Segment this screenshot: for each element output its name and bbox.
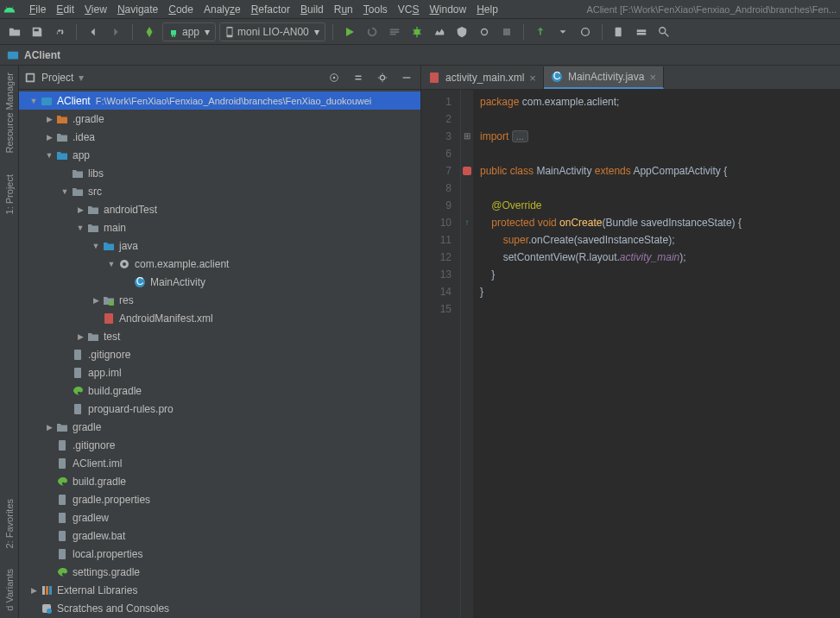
menu-analyze[interactable]: Analyze <box>199 2 246 17</box>
close-tab-icon[interactable]: × <box>529 72 536 85</box>
breadcrumb[interactable]: AClient <box>24 49 60 61</box>
tree-node[interactable]: local.properties <box>19 545 420 563</box>
vcs-history-icon[interactable] <box>576 22 595 41</box>
editor-tab[interactable]: CMainActivity.java× <box>544 66 664 89</box>
implements-icon[interactable]: ↑ <box>461 214 473 231</box>
tree-arrow-icon[interactable]: ▼ <box>43 151 55 160</box>
tree-node[interactable]: ▶External Libraries <box>19 581 420 599</box>
settings-icon[interactable] <box>374 69 391 86</box>
menu-refactor[interactable]: Refactor <box>246 2 295 17</box>
forward-icon[interactable] <box>106 22 125 41</box>
tree-node[interactable]: build.gradle <box>19 472 420 490</box>
search-icon[interactable] <box>654 22 673 41</box>
run-icon[interactable] <box>340 22 359 41</box>
tree-arrow-icon[interactable]: ▼ <box>28 97 40 105</box>
tree-node[interactable]: AndroidManifest.xml <box>19 309 420 327</box>
open-icon[interactable] <box>5 22 24 41</box>
tree-arrow-icon[interactable]: ▶ <box>43 115 55 123</box>
editor-tab[interactable]: activity_main.xml× <box>421 66 544 89</box>
code-editor[interactable]: 1236789101112131415 ⊞ ↑ package com.exam… <box>421 90 840 618</box>
tree-node[interactable]: ▶gradle <box>19 418 420 436</box>
build-icon[interactable] <box>140 22 159 41</box>
chevron-down-icon[interactable]: ▾ <box>79 72 84 84</box>
vcs-update-icon[interactable] <box>531 22 550 41</box>
tool-favorites[interactable]: 2: Favorites <box>3 495 16 552</box>
tree-arrow-icon[interactable]: ▼ <box>74 224 86 232</box>
hide-icon[interactable] <box>398 69 415 86</box>
tree-arrow-icon[interactable]: ▶ <box>90 296 102 305</box>
tree-node[interactable]: ▼com.example.aclient <box>19 255 420 273</box>
tree-node[interactable]: ▼src <box>19 182 420 200</box>
tree-node[interactable]: CMainActivity <box>19 273 420 291</box>
tree-node[interactable]: gradlew.bat <box>19 527 420 545</box>
device-combo[interactable]: moni LIO-AN00 ▾ <box>219 22 325 41</box>
tree-node[interactable]: .gitignore <box>19 345 420 363</box>
fold-icon[interactable]: ⊞ <box>461 128 473 145</box>
tree-node[interactable]: ▶androidTest <box>19 200 420 218</box>
tool-project[interactable]: 1: Project <box>3 171 16 218</box>
coverage-icon[interactable] <box>452 22 471 41</box>
tree-arrow-icon[interactable]: ▶ <box>74 205 86 214</box>
attach-debugger-icon[interactable] <box>475 22 494 41</box>
menu-help[interactable]: Help <box>471 2 503 17</box>
project-title[interactable]: Project <box>41 72 73 84</box>
tree-node[interactable]: ▼java <box>19 236 420 255</box>
tree-arrow-icon[interactable]: ▶ <box>28 586 40 595</box>
locate-icon[interactable] <box>325 69 343 86</box>
menu-tools[interactable]: Tools <box>358 2 393 17</box>
menu-window[interactable]: Window <box>424 2 471 17</box>
expand-all-icon[interactable] <box>350 69 367 86</box>
menu-navigate[interactable]: Navigate <box>112 2 163 17</box>
project-tree[interactable]: ▼AClientF:\Work\FenXiao\Fenxiao_Android\… <box>19 90 420 618</box>
tool-build-variants[interactable]: d Variants <box>3 565 16 615</box>
menu-view[interactable]: View <box>79 2 112 17</box>
tree-arrow-icon[interactable]: ▼ <box>105 260 117 268</box>
tree-node[interactable]: AClient.iml <box>19 454 420 472</box>
sdk-manager-icon[interactable] <box>632 22 651 41</box>
run-config-combo[interactable]: app ▾ <box>162 22 216 41</box>
menu-code[interactable]: Code <box>163 2 199 17</box>
tree-node[interactable]: .gitignore <box>19 436 420 454</box>
tree-node[interactable]: settings.gradle <box>19 563 420 581</box>
tree-node[interactable]: ▶.idea <box>19 128 420 146</box>
debug-icon[interactable] <box>407 22 426 41</box>
tree-arrow-icon[interactable]: ▶ <box>43 423 55 432</box>
apply-changes-icon[interactable] <box>363 22 382 41</box>
menu-run[interactable]: Run <box>329 2 358 17</box>
menu-build[interactable]: Build <box>295 2 329 17</box>
tree-node[interactable]: gradlew <box>19 508 420 527</box>
sync-icon[interactable] <box>50 22 69 41</box>
override-icon[interactable] <box>461 162 473 180</box>
tree-arrow-icon[interactable]: ▼ <box>90 242 102 250</box>
close-tab-icon[interactable]: × <box>649 71 656 84</box>
tool-resource-manager[interactable]: Resource Manager <box>3 69 16 157</box>
tree-node[interactable]: ▶test <box>19 327 420 345</box>
tree-label: app.iml <box>88 367 122 379</box>
save-icon[interactable] <box>28 22 47 41</box>
profiler-icon[interactable] <box>430 22 449 41</box>
menu-file[interactable]: File <box>24 2 51 17</box>
tree-node[interactable]: ▼app <box>19 146 420 164</box>
tree-label: .idea <box>73 131 95 143</box>
stop-icon[interactable] <box>497 22 516 41</box>
tree-node[interactable]: Scratches and Consoles <box>19 599 420 617</box>
tree-arrow-icon[interactable]: ▶ <box>43 133 55 142</box>
tree-node[interactable]: libs <box>19 164 420 182</box>
tree-node[interactable]: build.gradle <box>19 382 420 400</box>
menu-vcs[interactable]: VCS <box>393 2 425 17</box>
menu-edit[interactable]: Edit <box>51 2 79 17</box>
back-icon[interactable] <box>84 22 103 41</box>
tree-node[interactable]: ▶res <box>19 291 420 309</box>
apply-code-icon[interactable] <box>385 22 404 41</box>
tree-node[interactable]: ▶.gradle <box>19 110 420 128</box>
vcs-commit-icon[interactable] <box>553 22 572 41</box>
tree-node[interactable]: app.iml <box>19 363 420 382</box>
tree-node[interactable]: ▼AClientF:\Work\FenXiao\Fenxiao_Android\… <box>19 91 420 110</box>
tree-node[interactable]: proguard-rules.pro <box>19 400 420 418</box>
tree-node[interactable]: gradle.properties <box>19 490 420 508</box>
tree-arrow-icon[interactable]: ▶ <box>74 332 86 341</box>
avd-manager-icon[interactable] <box>609 22 628 41</box>
tree-node[interactable]: ▼main <box>19 218 420 236</box>
tree-arrow-icon[interactable]: ▼ <box>59 187 71 196</box>
source-code[interactable]: package com.example.aclient; import ... … <box>473 90 840 618</box>
